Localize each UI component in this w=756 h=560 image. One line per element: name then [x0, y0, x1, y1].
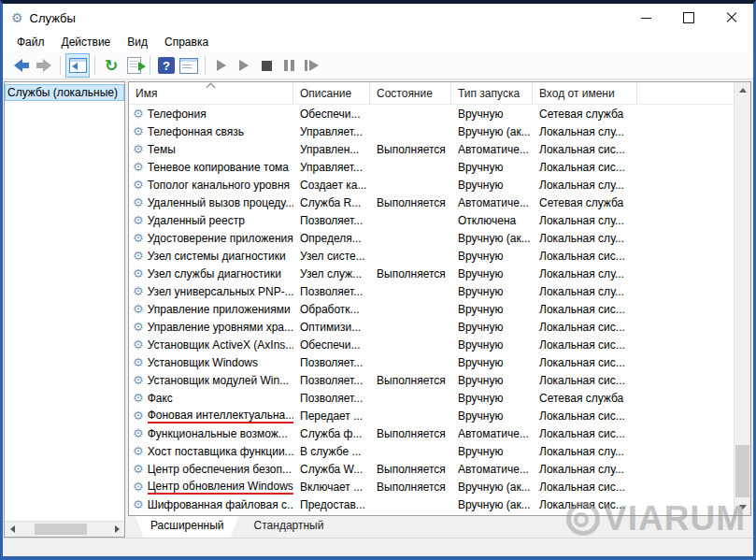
- table-row[interactable]: ⚙Фоновая интеллектуальна...Передает ...В…: [129, 407, 750, 424]
- table-row[interactable]: ⚙Узел универсальных PNP-...Позволяет...В…: [129, 282, 750, 300]
- table-row[interactable]: ⚙ФаксПозволяет...ВручнуюСетевая служба: [129, 389, 750, 407]
- tab-extended[interactable]: Расширенный: [136, 516, 239, 538]
- service-gear-icon: ⚙: [133, 303, 144, 315]
- cell-name: ⚙Фоновая интеллектуальна...: [129, 407, 293, 424]
- close-icon: [726, 12, 737, 23]
- scroll-left-button[interactable]: [5, 522, 20, 537]
- vertical-scrollbar[interactable]: [734, 82, 750, 515]
- cell-logon-as: Локальная сис...: [533, 247, 637, 265]
- scroll-up-button[interactable]: [735, 82, 750, 98]
- table-row[interactable]: ⚙Центр обновления WindowsВключает ...Вып…: [129, 478, 750, 495]
- table-row[interactable]: ⚙Удаленный вызов процеду...Служба R...Вы…: [129, 194, 750, 211]
- cell-name: ⚙Удаленный вызов процеду...: [129, 194, 293, 211]
- service-name: Темы: [148, 143, 176, 156]
- service-gear-icon: ⚙: [133, 409, 144, 422]
- status-bar: [3, 538, 753, 556]
- column-header-startup-type[interactable]: Тип запуска: [451, 82, 533, 104]
- menu-help[interactable]: Справка: [156, 33, 217, 51]
- service-gear-icon: ⚙: [133, 445, 144, 457]
- console-tree-icon: [69, 58, 87, 73]
- table-row[interactable]: ⚙Телефонная связьУправляет...Вручную (ак…: [129, 122, 750, 140]
- restart-service-button[interactable]: [300, 54, 322, 77]
- column-header-status[interactable]: Состояние: [370, 82, 451, 104]
- resume-service-icon: [239, 60, 249, 71]
- service-gear-icon: ⚙: [133, 481, 144, 493]
- cell-status: Выполняется: [370, 424, 451, 442]
- table-row[interactable]: ⚙Удаленный реестрПозволяет...ОтключенаЛо…: [129, 211, 750, 229]
- cell-status: [370, 282, 451, 300]
- table-row[interactable]: ⚙Шифрованная файловая с...Предостав...Вр…: [129, 495, 750, 513]
- table-row[interactable]: ⚙Установщик модулей Win...Позволяет...Вы…: [129, 371, 750, 389]
- help-button[interactable]: ?: [155, 54, 178, 77]
- table-row[interactable]: ⚙Узел службы диагностикиУзел служ...Выпо…: [129, 265, 750, 282]
- cell-startup-type: Вручную: [451, 282, 533, 300]
- sidebar-item-services-local[interactable]: Службы (локальные): [5, 84, 124, 101]
- scroll-down-button[interactable]: [735, 499, 750, 515]
- table-row[interactable]: ⚙Теневое копирование томаУправляет...Вру…: [129, 158, 750, 176]
- table-row[interactable]: ⚙Удостоверение приложенияОпределя...Вруч…: [129, 229, 750, 247]
- table-row[interactable]: ⚙ТелефонияОбеспечи...ВручнуюСетевая служ…: [129, 105, 750, 122]
- menu-file[interactable]: Файл: [8, 33, 53, 51]
- service-name: Удаленный вызов процеду...: [148, 196, 293, 209]
- cell-logon-as: Локальная сис...: [533, 353, 637, 371]
- restart-service-icon: [305, 60, 319, 71]
- forward-button[interactable]: [33, 54, 55, 77]
- resume-service-button[interactable]: [233, 54, 255, 77]
- column-header-label: Вход от имени: [539, 87, 615, 100]
- service-name: Установщик модулей Win...: [148, 374, 289, 387]
- tab-standard[interactable]: Стандартный: [239, 516, 339, 538]
- table-row[interactable]: ⚙Функциональные возмож...Служба ф...Выпо…: [129, 424, 750, 442]
- cell-logon-as: Локальная сис...: [533, 478, 637, 495]
- service-name: Фоновая интеллектуальна...: [148, 409, 293, 424]
- column-header-description[interactable]: Описание: [293, 82, 370, 104]
- table-row[interactable]: ⚙Узел системы диагностикиУзел систе...Вр…: [129, 247, 750, 265]
- help-icon: ?: [158, 57, 175, 74]
- scroll-thumb[interactable]: [735, 445, 749, 497]
- services-list-pane: Имя Описание Состояние Тип запуска Вход …: [128, 81, 751, 516]
- service-name: Установщик ActiveX (AxIns...: [148, 338, 293, 352]
- sidebar-scroll-thumb[interactable]: [35, 524, 87, 535]
- column-header-name[interactable]: Имя: [129, 82, 293, 104]
- menu-action[interactable]: Действие: [53, 33, 120, 51]
- cell-startup-type: Вручную (ак...: [451, 495, 533, 513]
- cell-startup-type: Вручную: [451, 336, 533, 353]
- cell-startup-type: Автоматиче...: [451, 460, 533, 478]
- cell-name: ⚙Узел системы диагностики: [129, 247, 293, 265]
- cell-description: Включает ...: [293, 478, 370, 495]
- table-row[interactable]: ⚙Хост поставщика функции...В службе ...В…: [129, 442, 750, 460]
- table-row[interactable]: ⚙ТемыУправлен...ВыполняетсяАвтоматиче...…: [129, 140, 750, 158]
- table-row[interactable]: ⚙Тополог канального уровняСоздает ка...В…: [129, 176, 750, 194]
- pause-service-button[interactable]: [278, 54, 300, 77]
- cell-logon-as: Локальная сис...: [533, 495, 637, 513]
- console-tree-toggle-button[interactable]: [65, 53, 90, 78]
- console-tree-pane: Службы (локальные): [4, 81, 125, 538]
- maximize-button[interactable]: [667, 4, 710, 32]
- table-row[interactable]: ⚙Центр обеспечения безоп...Служба W...Вы…: [129, 460, 750, 478]
- cell-description: Управляет...: [293, 122, 370, 140]
- stop-service-button[interactable]: [255, 54, 278, 77]
- properties-button[interactable]: [178, 54, 200, 77]
- table-row[interactable]: ⚙Управление уровнями хра...Оптимизи...Вр…: [129, 318, 750, 336]
- table-row[interactable]: ⚙Установщик WindowsПозволяет...ВручнуюЛо…: [129, 353, 750, 371]
- table-row[interactable]: ⚙Управление приложениямиОбработк...Вручн…: [129, 300, 750, 318]
- close-button[interactable]: [710, 4, 753, 32]
- refresh-button[interactable]: ↻: [100, 54, 122, 77]
- cell-logon-as: Локальная сис...: [533, 407, 637, 424]
- services-window: ⚙ Службы Файл Действие Вид Справка ↻: [0, 0, 756, 560]
- menu-view[interactable]: Вид: [119, 33, 156, 51]
- start-service-button[interactable]: [210, 54, 233, 77]
- sidebar-horizontal-scrollbar[interactable]: [5, 521, 124, 537]
- back-button[interactable]: [10, 54, 33, 77]
- table-row[interactable]: ⚙Установщик ActiveX (AxIns...Обеспечи...…: [129, 336, 750, 353]
- cell-description: В службе ...: [293, 442, 370, 460]
- cell-status: [370, 318, 451, 336]
- menu-bar: Файл Действие Вид Справка: [3, 32, 753, 52]
- scroll-right-button[interactable]: [109, 522, 124, 537]
- cell-logon-as: Локальная сис...: [533, 158, 637, 176]
- minimize-button[interactable]: [624, 4, 667, 32]
- column-header-logon-as[interactable]: Вход от имени: [533, 82, 637, 104]
- cell-description: Управлен...: [293, 140, 370, 158]
- service-gear-icon: ⚙: [133, 232, 144, 244]
- service-name: Телефонная связь: [148, 125, 244, 138]
- export-list-button[interactable]: [122, 54, 145, 77]
